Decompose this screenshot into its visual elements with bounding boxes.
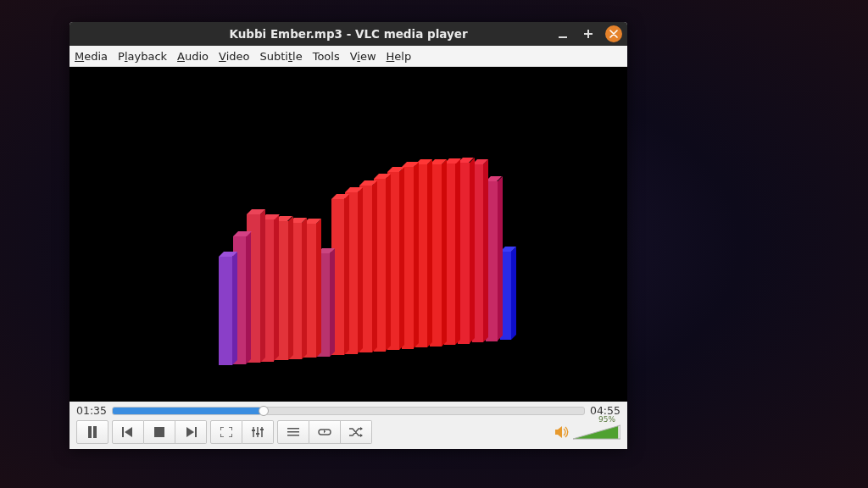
seek-fill — [113, 408, 264, 414]
playlist-icon — [287, 427, 299, 437]
equalizer-icon — [252, 427, 264, 437]
svg-rect-9 — [256, 433, 259, 435]
pause-button[interactable] — [76, 420, 108, 444]
seek-knob[interactable] — [259, 406, 269, 416]
stop-button[interactable] — [144, 420, 175, 444]
menu-view[interactable]: View — [350, 50, 376, 63]
loop-icon — [318, 427, 331, 437]
menu-playback[interactable]: Playback — [118, 50, 167, 63]
shuffle-icon — [349, 427, 363, 437]
playlist-button[interactable] — [277, 420, 309, 444]
menu-video[interactable]: Video — [219, 50, 249, 63]
svg-rect-6 — [154, 427, 164, 437]
volume-percent: 95% — [598, 415, 615, 424]
menu-help[interactable]: Help — [387, 50, 412, 63]
shuffle-button[interactable] — [341, 420, 372, 444]
svg-rect-5 — [122, 427, 124, 437]
svg-rect-10 — [260, 429, 264, 430]
svg-rect-2 — [584, 33, 593, 35]
seek-bar[interactable] — [112, 407, 585, 415]
menu-media[interactable]: Media — [75, 50, 108, 63]
time-elapsed[interactable]: 01:35 — [76, 404, 107, 417]
extended-settings-button[interactable] — [242, 420, 274, 444]
controls-row: 95% — [70, 417, 627, 449]
volume-control: 95% — [554, 424, 620, 440]
fullscreen-button[interactable] — [210, 420, 242, 444]
fullscreen-icon — [220, 427, 232, 437]
minimize-button[interactable] — [554, 25, 571, 42]
svg-rect-3 — [88, 426, 92, 438]
svg-rect-7 — [195, 427, 197, 437]
pause-icon — [87, 426, 97, 438]
svg-rect-11 — [287, 428, 299, 430]
previous-icon — [122, 427, 134, 437]
menu-audio[interactable]: Audio — [177, 50, 209, 63]
loop-button[interactable] — [309, 420, 341, 444]
menu-tools[interactable]: Tools — [313, 50, 340, 63]
stop-icon — [154, 427, 164, 437]
svg-rect-13 — [287, 435, 299, 436]
menubar: Media Playback Audio Video Subtitle Tool… — [70, 46, 627, 67]
svg-rect-4 — [93, 426, 97, 438]
vlc-window: Kubbi Ember.mp3 - VLC media player Media… — [70, 22, 627, 449]
titlebar[interactable]: Kubbi Ember.mp3 - VLC media player — [70, 22, 627, 46]
window-title: Kubbi Ember.mp3 - VLC media player — [229, 27, 467, 41]
seek-row: 01:35 04:55 — [70, 402, 627, 417]
audio-visualizer — [70, 67, 627, 402]
maximize-button[interactable] — [580, 25, 597, 42]
menu-subtitle[interactable]: Subtitle — [259, 50, 302, 63]
next-icon — [185, 427, 197, 437]
svg-rect-12 — [287, 431, 299, 433]
previous-button[interactable] — [112, 420, 144, 444]
speaker-icon[interactable] — [554, 425, 570, 439]
svg-rect-8 — [252, 430, 255, 431]
svg-rect-0 — [559, 36, 567, 38]
window-controls — [554, 22, 622, 46]
next-button[interactable] — [175, 420, 207, 444]
close-button[interactable] — [605, 25, 622, 42]
volume-slider[interactable]: 95% — [573, 424, 620, 440]
video-area[interactable] — [70, 67, 627, 402]
